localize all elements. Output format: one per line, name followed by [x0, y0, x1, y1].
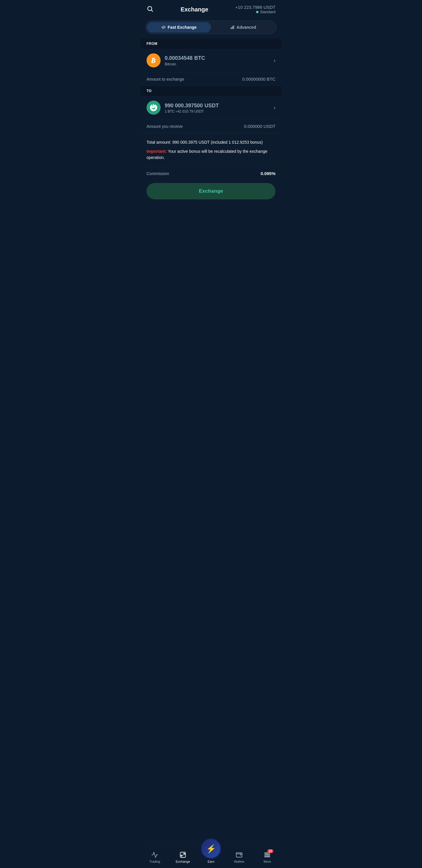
nav-item-exchange[interactable]: Exchange: [169, 851, 197, 863]
commission-row: Commission 0.095%: [141, 167, 281, 180]
important-notice: Important: Your active bonus will be rec…: [147, 148, 275, 161]
more-badge: 12: [267, 849, 273, 853]
from-chevron-icon: ›: [274, 58, 275, 64]
to-amount: 990 000.397500 USDT: [165, 102, 271, 109]
page-title: Exchange: [181, 6, 208, 13]
amount-exchange-value[interactable]: 0.00000000 BTC: [242, 76, 275, 82]
trading-label: Trading: [150, 860, 160, 863]
info-box: Total amount: 990 000.3975 USDT (include…: [141, 133, 281, 167]
tab-advanced[interactable]: Advanced: [211, 22, 275, 33]
exchange-label: Exchange: [176, 860, 190, 863]
svg-rect-9: [265, 856, 270, 857]
svg-rect-8: [265, 855, 270, 856]
svg-rect-3: [232, 26, 233, 29]
svg-rect-2: [231, 28, 231, 29]
from-currency-row[interactable]: 0.00034548 BTC Bitcoin ›: [141, 49, 281, 72]
trading-icon: [151, 851, 159, 859]
commission-value: 0.095%: [261, 171, 275, 176]
amount-receive-value: 0.000000 USDT: [244, 124, 275, 129]
usdt-icon: [147, 101, 161, 115]
balance-amount: +10 223.7986 USDT: [235, 5, 275, 10]
exchange-button[interactable]: Exchange: [147, 183, 275, 199]
exchange-tab-bar: Fast Exchange Advanced: [145, 21, 277, 34]
svg-rect-5: [180, 852, 186, 858]
from-amount: 0.00034548 BTC: [165, 55, 271, 61]
app-header: Exchange +10 223.7986 USDT Standard: [141, 0, 281, 18]
commission-label: Commission: [147, 171, 169, 176]
header-balance: +10 223.7986 USDT Standard: [235, 5, 275, 14]
to-currency-info: 990 000.397500 USDT 1 BTC ≈41 010.79 USD…: [165, 102, 271, 114]
exchange-nav-icon: [179, 851, 187, 859]
nav-item-trading[interactable]: Trading: [141, 851, 169, 863]
status-dot: [256, 11, 258, 13]
nav-item-more[interactable]: 12 More: [253, 851, 281, 863]
exchange-button-wrap: Exchange: [141, 180, 281, 205]
wallets-label: Wallets: [234, 860, 245, 863]
search-button[interactable]: [147, 5, 154, 13]
to-chevron-icon: ›: [274, 105, 275, 111]
svg-rect-6: [236, 853, 242, 857]
earn-circle: ⚡: [201, 839, 221, 859]
account-status: Standard: [235, 10, 275, 14]
from-amount-row: Amount to exchange 0.00000000 BTC: [141, 72, 281, 86]
btc-icon: [147, 53, 161, 67]
earn-label: Earn: [207, 860, 214, 863]
from-section-label: FROM: [141, 39, 281, 49]
to-currency-row[interactable]: 990 000.397500 USDT 1 BTC ≈41 010.79 USD…: [141, 96, 281, 120]
bottom-navigation: Trading Exchange ⚡ Earn Wallets: [141, 844, 281, 868]
to-section-label: TO: [141, 86, 281, 96]
to-amount-row: Amount you receive 0.000000 USDT: [141, 120, 281, 133]
wallets-icon: [235, 851, 243, 859]
amount-receive-label: Amount you receive: [147, 124, 183, 129]
nav-item-wallets[interactable]: Wallets: [225, 851, 253, 863]
more-icon-wrap: 12: [263, 851, 271, 859]
from-currency-info: 0.00034548 BTC Bitcoin: [165, 55, 271, 66]
important-label: Important:: [147, 149, 167, 154]
to-rate: 1 BTC ≈41 010.79 USDT: [165, 110, 271, 114]
svg-rect-4: [233, 26, 234, 29]
svg-line-1: [152, 10, 153, 12]
earn-lightning-icon: ⚡: [206, 844, 216, 854]
more-label: More: [263, 860, 271, 863]
tab-fast-exchange[interactable]: Fast Exchange: [147, 22, 211, 33]
total-amount-text: Total amount: 990 000.3975 USDT (include…: [147, 139, 275, 146]
from-currency-name: Bitcoin: [165, 62, 271, 66]
amount-exchange-label: Amount to exchange: [147, 77, 184, 82]
nav-item-earn[interactable]: ⚡ Earn: [197, 839, 225, 863]
